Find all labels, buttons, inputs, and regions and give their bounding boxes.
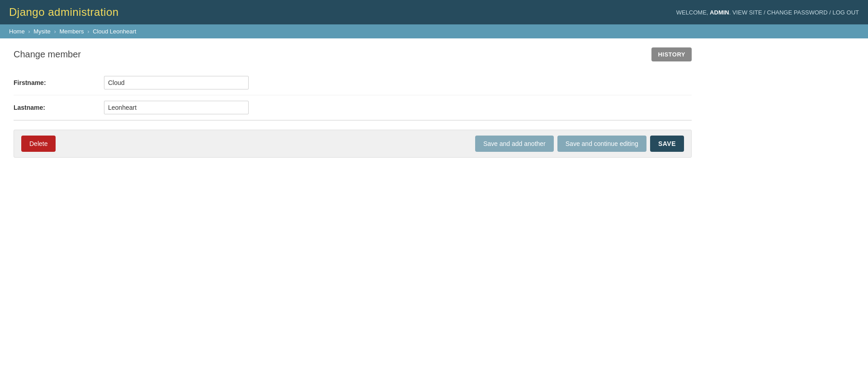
username: ADMIN <box>710 9 729 16</box>
submit-row: Delete Save and add another Save and con… <box>14 130 692 158</box>
content-main: Change member HISTORY Firstname: Lastnam… <box>14 47 692 158</box>
breadcrumb-separator-1: › <box>28 28 30 35</box>
lastname-input[interactable] <box>104 101 249 114</box>
log-out-link[interactable]: LOG OUT <box>832 9 859 16</box>
firstname-label: Firstname: <box>14 79 104 86</box>
save-add-another-button[interactable]: Save and add another <box>475 136 554 152</box>
firstname-row: Firstname: <box>14 70 692 95</box>
main-content: Change member HISTORY Firstname: Lastnam… <box>0 38 868 167</box>
change-member-form: Firstname: Lastname: Delete Save and add… <box>14 70 692 158</box>
breadcrumb: Home › Mysite › Members › Cloud Leonhear… <box>0 24 868 38</box>
form-divider <box>14 120 692 121</box>
site-title: Django administration <box>9 6 119 19</box>
breadcrumb-separator-2: › <box>54 28 56 35</box>
site-header: Django administration WELCOME, ADMIN. VI… <box>0 0 868 24</box>
history-button[interactable]: HISTORY <box>651 47 692 61</box>
breadcrumb-mysite[interactable]: Mysite <box>33 28 51 35</box>
welcome-text: WELCOME, <box>676 9 708 16</box>
breadcrumb-members[interactable]: Members <box>59 28 84 35</box>
lastname-row: Lastname: <box>14 95 692 120</box>
save-continue-editing-button[interactable]: Save and continue editing <box>557 136 646 152</box>
delete-button[interactable]: Delete <box>21 136 56 152</box>
save-button[interactable]: SAVE <box>650 136 684 152</box>
breadcrumb-separator-3: › <box>87 28 89 35</box>
header-tools: WELCOME, ADMIN. VIEW SITE / CHANGE PASSW… <box>676 9 859 16</box>
content-title-row: Change member HISTORY <box>14 47 692 61</box>
breadcrumb-current: Cloud Leonheart <box>93 28 136 35</box>
submit-row-right: Save and add another Save and continue e… <box>475 136 684 152</box>
firstname-input[interactable] <box>104 76 249 89</box>
view-site-link[interactable]: VIEW SITE <box>732 9 762 16</box>
change-password-link[interactable]: CHANGE PASSWORD <box>767 9 828 16</box>
breadcrumb-home[interactable]: Home <box>9 28 25 35</box>
lastname-label: Lastname: <box>14 104 104 111</box>
page-title: Change member <box>14 49 81 60</box>
